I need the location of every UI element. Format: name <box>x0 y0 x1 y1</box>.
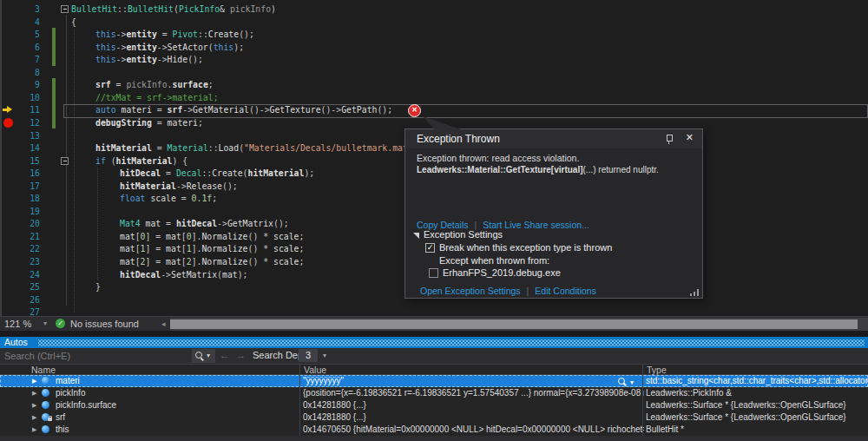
hscrollbar-track[interactable] <box>170 318 868 331</box>
module-checkbox[interactable] <box>429 268 438 278</box>
expand-icon[interactable]: ▶ <box>32 424 36 436</box>
hscrollbar-thumb[interactable] <box>170 319 858 329</box>
search-depth-value[interactable]: 3 <box>299 349 318 362</box>
line-number: 15 <box>0 155 40 168</box>
column-separator[interactable] <box>299 364 300 436</box>
expand-icon[interactable]: ▶ <box>32 411 36 424</box>
fold-collapse-icon[interactable] <box>61 5 69 13</box>
variable-icon <box>42 389 49 397</box>
module-checkbox-label[interactable]: ErhanFPS_2019.debug.exe <box>443 267 561 278</box>
expand-icon[interactable]: ▶ <box>32 399 36 411</box>
row-name-cell: ▶srf <box>0 411 299 424</box>
column-header-value[interactable]: Value <box>304 365 326 375</box>
variable-type: Leadwerks::Surface * {Leadwerks::OpenGLS… <box>643 411 868 424</box>
variable-value[interactable]: "ÿÿÿÿÿÿÿÿ" <box>300 375 644 387</box>
variable-type: BulletHit * <box>643 424 868 436</box>
break-checkbox-label[interactable]: Break when this exception type is thrown <box>439 242 612 253</box>
code-text: { <box>71 16 76 29</box>
edit-conditions-link[interactable]: Edit Conditions <box>535 286 596 296</box>
expand-icon[interactable]: ▶ <box>32 375 36 387</box>
autos-title: Autos <box>4 337 28 348</box>
autos-empty-area <box>0 436 868 441</box>
expander-icon[interactable] <box>413 233 419 239</box>
code-line[interactable]: 4{ <box>0 16 868 29</box>
code-text: } <box>95 280 101 293</box>
variable-name: srf <box>56 411 65 424</box>
code-line[interactable]: 27 <box>0 306 868 316</box>
variable-value[interactable]: 0x14670650 {hitMaterial=0x00000000 <NULL… <box>300 424 644 436</box>
autos-row[interactable]: ▶pickInfo{position={x=-6.19836521 r=-6.1… <box>0 387 868 399</box>
line-number: 23 <box>0 255 40 268</box>
autos-titlebar[interactable]: Autos <box>0 337 868 348</box>
exception-popup: Exception Thrown ✕ Exception thrown: rea… <box>404 128 703 299</box>
resize-grip[interactable] <box>688 289 699 296</box>
row-name-cell: ▶materi <box>0 375 299 387</box>
variable-value[interactable]: {position={x=-6.19836521 r=-6.19836521 y… <box>300 387 644 399</box>
code-text: float scale = 0.1f; <box>120 192 217 205</box>
exception-detail: Leadwerks::Material::GetTexture[virtual]… <box>417 165 699 174</box>
code-text: hitDecal = Decal::Create(hitMaterial); <box>120 167 314 180</box>
issues-status: No issues found <box>70 319 139 329</box>
variable-icon <box>42 425 49 433</box>
code-text: this->entity->SetActor(this); <box>95 41 244 54</box>
search-depth-caret-icon[interactable]: ▾ <box>323 352 326 359</box>
zoom-level[interactable]: 121 % <box>4 319 31 329</box>
pin-icon[interactable] <box>665 134 673 144</box>
break-checkbox[interactable]: ✓ <box>425 243 435 253</box>
code-text: mat[0] = mat[0].Normalize() * scale; <box>120 230 304 243</box>
column-separator[interactable] <box>642 364 643 436</box>
line-number: 26 <box>0 293 40 306</box>
autos-row[interactable]: ▶srf0x14281880 {...}Leadwerks::Surface *… <box>0 411 868 424</box>
variable-icon <box>42 401 49 409</box>
hscroll-left-arrow-icon[interactable]: ◂ <box>161 319 166 328</box>
search-back-icon[interactable]: ← <box>220 350 229 360</box>
visual-studio-window: 3BulletHit::BulletHit(PickInfo& pickInfo… <box>0 0 868 441</box>
variable-name: pickInfo <box>56 387 85 399</box>
line-number: 3 <box>0 3 40 16</box>
exception-error-icon[interactable]: ✕ <box>408 104 421 117</box>
code-line[interactable]: 5this->entity = Pivot::Create(); <box>0 28 868 41</box>
search-forward-icon[interactable]: → <box>236 350 246 360</box>
autos-search-row: ▾ ← → Search Depth: 3 ▾ <box>0 348 868 364</box>
magnifier-icon <box>618 378 625 385</box>
code-text: this->entity = Pivot::Create(); <box>95 28 254 41</box>
variable-type: Leadwerks::PickInfo & <box>643 387 868 399</box>
column-header-type[interactable]: Type <box>647 365 667 375</box>
variable-value[interactable]: 0x14281880 {...} <box>300 399 644 411</box>
code-health-check-icon[interactable]: ✓ <box>56 319 65 328</box>
fold-collapse-icon[interactable] <box>61 157 69 165</box>
search-options-caret-icon[interactable]: ▾ <box>207 352 210 359</box>
search-input[interactable] <box>0 348 194 364</box>
column-header-name[interactable]: Name <box>31 365 56 375</box>
code-line[interactable]: 10//txMat = srf->material; <box>0 91 868 104</box>
expand-icon[interactable]: ▶ <box>32 387 36 399</box>
search-button[interactable]: ▾ <box>192 349 215 363</box>
open-exception-settings-link[interactable]: Open Exception Settings <box>420 286 521 296</box>
exception-popup-titlebar[interactable]: Exception Thrown ✕ <box>405 129 702 148</box>
autos-row[interactable]: ▶materi"ÿÿÿÿÿÿÿÿ"▾std::basic_string<char… <box>0 375 868 387</box>
code-line[interactable]: 3BulletHit::BulletHit(PickInfo& pickInfo… <box>0 3 868 16</box>
code-text: hitDecal->SetMatrix(mat); <box>120 268 247 281</box>
variable-name: this <box>56 424 69 436</box>
line-number: 22 <box>0 242 40 255</box>
panel-divider <box>0 331 868 337</box>
exception-message: Exception thrown: read access violation. <box>417 153 579 163</box>
code-line[interactable]: 6this->entity->SetActor(this); <box>0 41 868 54</box>
visualizer-caret-icon[interactable]: ▾ <box>630 377 634 389</box>
autos-row[interactable]: ▶pickInfo.surface0x14281880 {...}Leadwer… <box>0 399 868 411</box>
code-text: debugString = materi; <box>95 116 203 129</box>
close-icon[interactable]: ✕ <box>686 132 694 143</box>
lock-icon <box>48 418 52 421</box>
autos-row[interactable]: ▶this0x14670650 {hitMaterial=0x00000000 … <box>0 424 868 436</box>
zoom-caret-icon[interactable]: ▾ <box>43 319 47 327</box>
code-line[interactable]: 7this->entity->Hide(); <box>0 53 868 66</box>
variable-value[interactable]: 0x14281880 {...} <box>300 411 644 424</box>
line-number: 18 <box>0 192 40 205</box>
value-visualizer-button[interactable]: ▾ <box>618 377 639 386</box>
code-text: mat[2] = mat[2].Normalize() * scale; <box>120 255 304 268</box>
code-line[interactable]: 9srf = pickInfo.surface; <box>0 78 868 91</box>
exception-settings-header[interactable]: Exception Settings <box>424 229 503 240</box>
code-line[interactable]: 8 <box>0 66 868 79</box>
variable-name: pickInfo.surface <box>56 399 116 411</box>
breakpoint-icon[interactable] <box>3 118 13 128</box>
